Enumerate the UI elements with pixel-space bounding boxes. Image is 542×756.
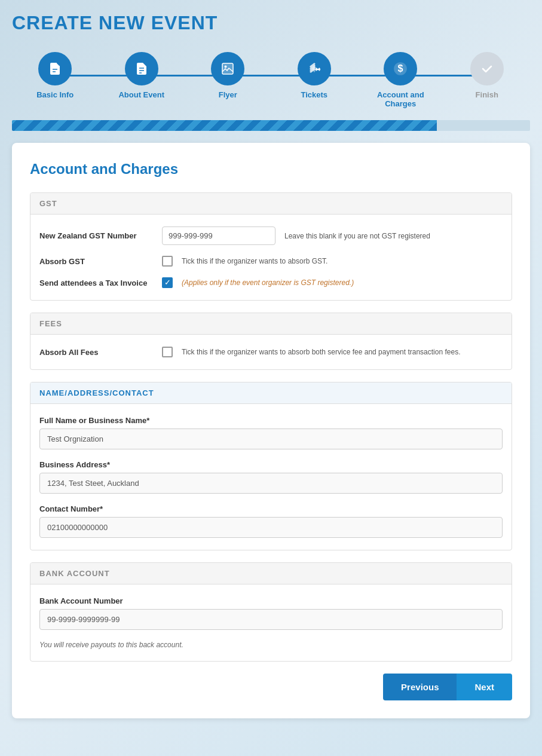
full-name-group: Full Name or Business Name* Test Orgniza… (39, 416, 503, 449)
svg-text:$: $ (398, 63, 403, 74)
tax-invoice-hint: (Applies only if the event organizer is … (182, 278, 354, 287)
bank-account-section-body: Bank Account Number 99-9999-9999999-99 Y… (30, 584, 512, 661)
step-label-account-charges: Account andCharges (377, 90, 424, 108)
step-label-tickets: Tickets (301, 90, 327, 99)
progress-bar-fill (12, 120, 437, 131)
gst-number-label: New Zealand GST Number (39, 231, 153, 240)
step-circle-tickets (298, 52, 331, 85)
step-circle-account-charges: $ (384, 52, 417, 85)
absorb-gst-label: Absorb GST (39, 257, 153, 266)
step-circle-basic-info (38, 52, 72, 85)
contact-number-input[interactable]: 02100000000000 (39, 517, 503, 538)
absorb-all-fees-checkbox[interactable] (162, 347, 173, 357)
bank-account-section-header: BANK ACCOUNT (30, 563, 512, 584)
step-about-event[interactable]: About Event (99, 52, 185, 99)
gst-section: GST New Zealand GST Number 999-999-999 L… (30, 192, 512, 301)
step-basic-info[interactable]: Basic Info (12, 52, 99, 99)
step-label-flyer: Flyer (219, 90, 237, 99)
nav-buttons: Previous Next (30, 674, 512, 700)
svg-point-6 (225, 66, 227, 68)
name-address-section: NAME/ADDRESS/CONTACT Full Name or Busine… (30, 382, 512, 550)
gst-section-body: New Zealand GST Number 999-999-999 Leave… (30, 215, 512, 300)
business-address-input[interactable]: 1234, Test Steet, Auckland (39, 473, 503, 494)
fees-section-header: FEES (30, 313, 512, 335)
next-button[interactable]: Next (457, 674, 512, 700)
bank-account-number-input[interactable]: 99-9999-9999999-99 (39, 609, 503, 630)
absorb-all-fees-label: Absorb All Fees (39, 348, 153, 357)
tax-invoice-row: Send attendees a Tax Invoice (Applies on… (39, 277, 503, 288)
gst-section-header: GST (30, 193, 512, 215)
full-name-label: Full Name or Business Name* (39, 416, 503, 425)
absorb-gst-row: Absorb GST Tick this if the organizer wa… (39, 256, 503, 267)
full-name-input[interactable]: Test Orgnization (39, 428, 503, 449)
absorb-gst-checkbox[interactable] (162, 256, 173, 267)
previous-button[interactable]: Previous (383, 674, 457, 700)
payout-note: You will receive payouts to this back ac… (39, 641, 503, 649)
tax-invoice-checkbox[interactable] (162, 277, 173, 288)
page-title: CREATE NEW EVENT (12, 12, 530, 34)
bank-account-number-label: Bank Account Number (39, 596, 503, 605)
fees-section-body: Absorb All Fees Tick this if the organiz… (30, 335, 512, 369)
contact-number-label: Contact Number* (39, 504, 503, 513)
contact-number-group: Contact Number* 02100000000000 (39, 504, 503, 538)
absorb-gst-hint: Tick this if the organizer wants to abso… (182, 257, 327, 265)
gst-number-hint: Leave this blank if you are not GST regi… (284, 232, 430, 240)
name-address-section-header: NAME/ADDRESS/CONTACT (30, 382, 512, 404)
step-flyer[interactable]: Flyer (185, 52, 271, 99)
bank-account-section: BANK ACCOUNT Bank Account Number 99-9999… (30, 562, 512, 662)
svg-rect-5 (222, 63, 233, 74)
progress-bar-container (12, 120, 530, 131)
step-label-basic-info: Basic Info (36, 90, 74, 99)
step-circle-flyer (211, 52, 244, 85)
stepper: Basic Info About Event (12, 52, 530, 108)
main-card: Account and Charges GST New Zealand GST … (12, 143, 530, 718)
bank-account-number-group: Bank Account Number 99-9999-9999999-99 (39, 596, 503, 630)
absorb-all-fees-row: Absorb All Fees Tick this if the organiz… (39, 347, 503, 357)
tax-invoice-label: Send attendees a Tax Invoice (39, 278, 153, 287)
gst-number-input[interactable]: 999-999-999 (162, 227, 275, 245)
gst-number-row: New Zealand GST Number 999-999-999 Leave… (39, 227, 503, 245)
name-address-section-body: Full Name or Business Name* Test Orgniza… (30, 404, 512, 550)
fees-section: FEES Absorb All Fees Tick this if the or… (30, 313, 512, 370)
step-label-finish: Finish (476, 90, 498, 99)
step-circle-about-event (125, 52, 158, 85)
business-address-label: Business Address* (39, 460, 503, 469)
absorb-all-fees-hint: Tick this if the organizer wants to abso… (182, 348, 460, 356)
business-address-group: Business Address* 1234, Test Steet, Auck… (39, 460, 503, 494)
step-label-about-event: About Event (118, 90, 164, 99)
step-account-charges[interactable]: $ Account andCharges (357, 52, 444, 108)
card-title: Account and Charges (30, 161, 512, 177)
step-circle-finish (470, 52, 504, 85)
step-finish[interactable]: Finish (444, 52, 531, 99)
step-tickets[interactable]: Tickets (271, 52, 358, 99)
